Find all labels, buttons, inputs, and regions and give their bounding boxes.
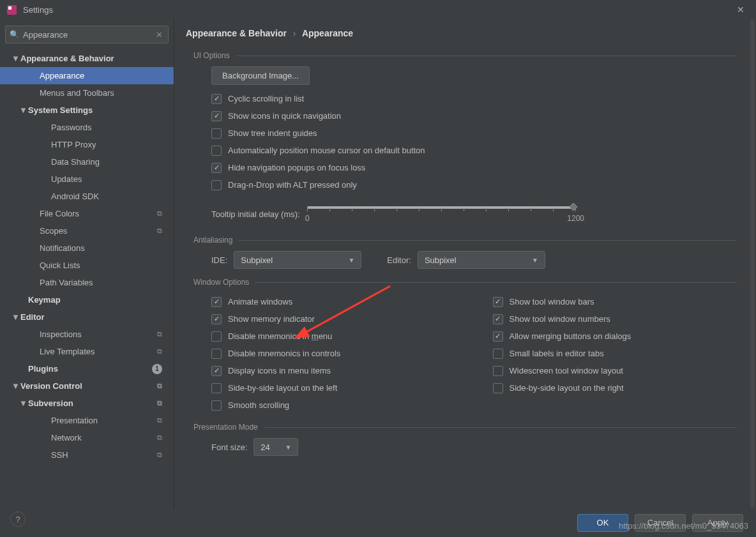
scrollbar[interactable] [750, 19, 755, 508]
sidebar-item-keymap[interactable]: Keymap [0, 291, 174, 308]
sidebar-item-network[interactable]: Network⧉ [0, 429, 174, 446]
checkbox-label: Small labels in editor tabs [510, 349, 604, 358]
cancel-button[interactable]: Cancel [635, 514, 686, 532]
select-value: 24 [261, 442, 269, 452]
checkbox-label: Smooth scrolling [228, 400, 289, 410]
slider-knob-icon[interactable] [568, 201, 579, 213]
sidebar-item-quick-lists[interactable]: Quick Lists [0, 257, 174, 274]
checkbox-label: Cyclic scrolling in list [228, 94, 304, 103]
help-button[interactable]: ? [10, 511, 26, 527]
checkbox[interactable] [211, 383, 222, 393]
clear-search-icon[interactable]: ✕ [155, 30, 164, 40]
close-icon[interactable]: ✕ [732, 1, 750, 19]
checkbox[interactable] [211, 163, 222, 173]
settings-tree: ▼Appearance & BehaviorAppearanceMenus an… [0, 47, 174, 508]
chevron-down-icon: ▼ [11, 381, 20, 391]
sidebar-item-presentation[interactable]: Presentation⧉ [0, 412, 174, 429]
checkbox-label: Side-by-side layout on the left [228, 383, 337, 393]
divider [236, 56, 737, 56]
slider-min: 0 [305, 214, 310, 223]
window-title: Settings [23, 5, 53, 15]
apply-button[interactable]: Apply [692, 514, 743, 532]
ui-option-row: Hide navigation popups on focus loss [211, 159, 737, 176]
sidebar-item-label: Keymap [28, 295, 174, 305]
sidebar-item-ssh[interactable]: SSH⧉ [0, 446, 174, 464]
sidebar-item-android-sdk[interactable]: Android SDK [0, 188, 174, 205]
checkbox[interactable] [211, 349, 222, 359]
breadcrumb-current: Appearance [302, 28, 353, 38]
sidebar-item-live-templates[interactable]: Live Templates⧉ [0, 343, 174, 360]
window-option-row: Side-by-side layout on the right [493, 379, 737, 397]
breadcrumb-parent[interactable]: Appearance & Behavior [186, 28, 287, 38]
sidebar-item-label: Live Templates [40, 347, 157, 356]
titlebar: Settings ✕ [0, 0, 756, 19]
caret-down-icon: ▼ [285, 444, 291, 451]
search-input[interactable] [19, 30, 155, 40]
aa-ide-label: IDE: [211, 255, 227, 265]
checkbox[interactable] [211, 400, 222, 411]
background-image-button[interactable]: Background Image... [211, 66, 310, 85]
ui-option-row: Drag-n-Drop with ALT pressed only [211, 176, 737, 193]
sidebar-item-http-proxy[interactable]: HTTP Proxy [0, 136, 174, 153]
ui-option-row: Cyclic scrolling in list [211, 90, 737, 107]
sidebar-item-label: Scopes [40, 226, 157, 236]
sidebar-item-data-sharing[interactable]: Data Sharing [0, 153, 174, 170]
checkbox[interactable] [493, 297, 503, 307]
sidebar-item-label: Inspections [40, 329, 157, 339]
search-input-wrapper[interactable]: 🔍 ✕ [5, 26, 169, 43]
sidebar-item-label: Editor [20, 312, 174, 322]
font-size-select[interactable]: 24 ▼ [253, 438, 298, 456]
select-value: Subpixel [241, 255, 273, 265]
section-title: Antialiasing [193, 236, 232, 245]
sidebar-item-editor[interactable]: ▼Editor [0, 308, 174, 326]
sidebar-item-label: Presentation [51, 416, 157, 425]
sidebar-item-plugins[interactable]: Plugins1 [0, 360, 174, 377]
aa-ide-select[interactable]: Subpixel ▼ [234, 251, 361, 269]
sidebar-item-label: Appearance & Behavior [20, 54, 174, 63]
checkbox[interactable] [493, 366, 503, 376]
sidebar-item-label: Subversion [28, 398, 157, 408]
aa-editor-select[interactable]: Subpixel ▼ [418, 251, 545, 269]
checkbox-label: Widescreen tool window layout [510, 366, 623, 375]
copy-icon: ⧉ [157, 227, 174, 235]
window-option-row: Side-by-side layout on the left [211, 379, 456, 397]
checkbox-label: Show memory indicator [228, 314, 315, 324]
checkbox[interactable] [493, 349, 503, 359]
checkbox[interactable] [211, 366, 222, 376]
checkbox-label: Show tree indent guides [228, 128, 317, 138]
sidebar-item-path-variables[interactable]: Path Variables [0, 274, 174, 291]
section-title: Presentation Mode [193, 423, 258, 432]
sidebar-item-appearance[interactable]: Appearance [0, 67, 174, 84]
sidebar-item-version-control[interactable]: ▼Version Control⧉ [0, 377, 174, 395]
checkbox-label: Hide navigation popups on focus loss [228, 163, 365, 172]
sidebar-item-scopes[interactable]: Scopes⧉ [0, 222, 174, 239]
checkbox[interactable] [211, 297, 222, 307]
sidebar-item-system-settings[interactable]: ▼System Settings [0, 102, 174, 119]
copy-icon: ⧉ [157, 399, 174, 407]
sidebar-item-updates[interactable]: Updates [0, 170, 174, 188]
checkbox[interactable] [211, 94, 222, 104]
checkbox[interactable] [211, 180, 222, 190]
select-value: Subpixel [425, 255, 457, 265]
sidebar-item-inspections[interactable]: Inspections⧉ [0, 326, 174, 343]
sidebar-item-subversion[interactable]: ▼Subversion⧉ [0, 395, 174, 412]
sidebar-item-label: Notifications [40, 243, 174, 253]
checkbox[interactable] [211, 331, 222, 342]
checkbox[interactable] [211, 128, 222, 139]
checkbox[interactable] [211, 111, 222, 121]
checkbox[interactable] [493, 383, 503, 393]
ok-button[interactable]: OK [577, 514, 628, 532]
checkbox[interactable] [493, 331, 503, 342]
sidebar-item-label: Quick Lists [40, 261, 174, 270]
sidebar-item-menus-and-toolbars[interactable]: Menus and Toolbars [0, 84, 174, 102]
sidebar-item-label: Updates [51, 174, 174, 184]
sidebar-item-appearance-behavior[interactable]: ▼Appearance & Behavior [0, 50, 174, 67]
checkbox[interactable] [211, 314, 222, 324]
sidebar-item-notifications[interactable]: Notifications [0, 239, 174, 257]
tooltip-delay-slider[interactable]: 0 1200 [307, 201, 575, 227]
checkbox[interactable] [211, 146, 222, 156]
sidebar-item-file-colors[interactable]: File Colors⧉ [0, 205, 174, 222]
sidebar-item-passwords[interactable]: Passwords [0, 119, 174, 136]
caret-down-icon: ▼ [348, 257, 354, 264]
checkbox[interactable] [493, 314, 503, 324]
